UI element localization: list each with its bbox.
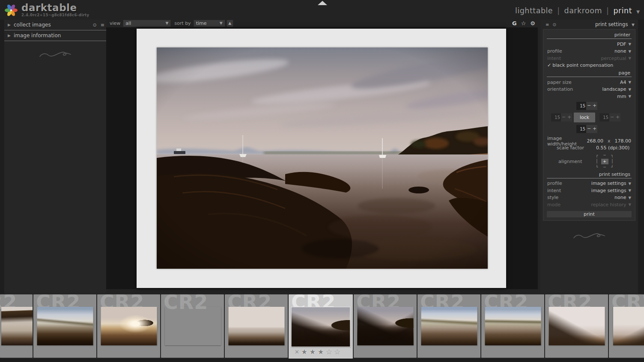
alignment-grid: ┌ ─ ┐ │ + │ └ ─ ┘ xyxy=(593,153,616,170)
view-switcher: lighttable|darkroom|print xyxy=(515,6,632,15)
filmstrip-thumbnail[interactable]: CR2 xyxy=(0,294,33,358)
margin-bottom-value[interactable]: 15 xyxy=(576,125,586,133)
align-top-left-button[interactable]: ┌ xyxy=(593,153,601,158)
margin-top-spinner[interactable]: 15 − + xyxy=(576,102,597,110)
view-lighttable[interactable]: lighttable xyxy=(515,6,553,15)
align-top-center-button[interactable]: ─ xyxy=(601,153,608,158)
filmstrip-thumbnail[interactable]: CR2 xyxy=(354,294,417,358)
margin-bottom-spinner[interactable]: 15 − + xyxy=(576,125,597,133)
plus-icon[interactable]: + xyxy=(592,125,597,133)
views-dropdown-caret-icon[interactable]: ▼ xyxy=(636,9,640,14)
filmstrip-thumbnail[interactable]: CR2 xyxy=(97,294,160,358)
align-middle-right-button[interactable]: │ xyxy=(609,159,616,164)
output-profile-select[interactable]: image settings ▼ xyxy=(591,181,631,186)
right-panel: ≡ ⊙ print settings ▼ printer PDF ▼ profi… xyxy=(540,20,638,294)
filmstrip-thumbnail[interactable]: CR2 xyxy=(33,294,96,358)
printer-device-value: PDF xyxy=(617,42,626,47)
plus-icon[interactable]: + xyxy=(566,113,572,122)
output-intent-value: image settings xyxy=(591,188,626,193)
sort-by-select[interactable]: time ▼ xyxy=(194,20,225,27)
star-icon[interactable]: ☆ xyxy=(334,348,340,356)
grouping-icon[interactable]: G xyxy=(512,20,517,27)
filmstrip-thumbnail[interactable]: CR2✕★★★☆☆ xyxy=(289,294,353,359)
module-presets-icon[interactable]: ≡ xyxy=(101,22,104,28)
unit-value: mm xyxy=(617,94,626,99)
margin-top-value[interactable]: 15 xyxy=(576,102,586,110)
view-separator: | xyxy=(606,6,609,15)
alignment-label: alignment xyxy=(558,159,582,164)
chevron-down-icon: ▼ xyxy=(162,21,168,25)
filmstrip-thumbnail[interactable]: CR2 xyxy=(225,294,288,358)
printer-intent-row: intent perceptual ▼ xyxy=(546,55,632,62)
left-panel-gutter xyxy=(0,20,4,294)
margin-right-spinner[interactable]: 15 − + xyxy=(599,113,620,122)
thumbnail-image xyxy=(1,307,33,345)
image-size-row: image width/height 268.00 x 178.00 xyxy=(546,138,632,145)
printer-device-select[interactable]: PDF ▼ xyxy=(617,42,631,47)
plus-icon[interactable]: + xyxy=(592,102,597,110)
view-print[interactable]: print xyxy=(613,6,632,15)
orientation-row: orientation landscape ▼ xyxy=(546,86,632,93)
image-information-module-header[interactable]: ▶ image information xyxy=(4,30,106,41)
printer-profile-select[interactable]: none ▼ xyxy=(614,48,631,54)
thumbnail-image xyxy=(164,307,221,345)
align-bottom-left-button[interactable]: └ xyxy=(593,165,601,170)
chevron-down-icon: ▼ xyxy=(628,56,631,60)
preferences-gear-icon[interactable]: ⚙ xyxy=(530,20,535,27)
printer-intent-select: perceptual ▼ xyxy=(601,56,631,61)
margin-left-spinner[interactable]: 15 − + xyxy=(551,113,572,122)
align-bottom-center-button[interactable]: ─ xyxy=(601,165,608,170)
module-reset-icon[interactable]: ⊙ xyxy=(552,22,556,27)
star-filter-icon[interactable]: ☆ xyxy=(521,20,526,27)
margins-lock-button[interactable]: lock xyxy=(574,113,595,122)
minus-icon[interactable]: − xyxy=(609,113,615,122)
align-center-button[interactable]: + xyxy=(601,159,608,164)
star-icon[interactable]: ☆ xyxy=(326,348,332,356)
style-select[interactable]: none ▼ xyxy=(614,195,631,200)
star-icon[interactable]: ★ xyxy=(317,348,324,356)
output-intent-select[interactable]: image settings ▼ xyxy=(591,188,631,193)
margin-left-value[interactable]: 15 xyxy=(551,113,561,122)
paper-size-select[interactable]: A4 ▼ xyxy=(620,80,631,85)
thumbnail-image xyxy=(291,307,351,347)
section-print-settings: print settings xyxy=(547,172,632,178)
align-bottom-right-button[interactable]: ┘ xyxy=(609,165,616,170)
view-filter-select[interactable]: all ▼ xyxy=(123,20,171,27)
black-point-compensation-row[interactable]: ✓ black point compensation xyxy=(546,62,632,69)
view-darkroom[interactable]: darkroom xyxy=(564,6,602,15)
checkbox-checked-icon[interactable]: ✓ xyxy=(547,62,551,68)
margin-right-value[interactable]: 15 xyxy=(599,113,609,122)
thumbnail-image xyxy=(549,307,605,345)
collapse-top-panel-arrow[interactable] xyxy=(318,1,327,5)
filmstrip-thumbnail[interactable]: CR2 xyxy=(417,294,480,358)
scale-factor-label: scale factor xyxy=(557,145,584,151)
collect-images-module-header[interactable]: ▶ collect images ⊙ ≡ xyxy=(4,20,106,30)
style-row: style none ▼ xyxy=(546,194,632,202)
filmstrip-thumbnail[interactable]: CR2 xyxy=(609,294,644,358)
minus-icon[interactable]: − xyxy=(586,125,592,133)
thumbnail-image xyxy=(613,307,644,345)
star-icon[interactable]: ★ xyxy=(309,348,316,356)
module-reset-icon[interactable]: ⊙ xyxy=(93,22,97,28)
plus-icon[interactable]: + xyxy=(615,113,620,122)
unit-select[interactable]: mm ▼ xyxy=(617,94,631,99)
minus-icon[interactable]: − xyxy=(586,102,592,110)
star-icon[interactable]: ★ xyxy=(301,348,307,356)
sort-ascending-button[interactable]: ▲ xyxy=(227,20,233,27)
module-presets-icon[interactable]: ≡ xyxy=(546,22,549,27)
module-title[interactable]: print settings ▼ xyxy=(595,21,635,27)
filmstrip-thumbnail[interactable]: CR2 xyxy=(481,294,544,358)
print-button[interactable]: print xyxy=(547,211,632,217)
panel-end-flourish xyxy=(572,230,606,242)
filmstrip-thumbnail[interactable]: CR2 xyxy=(545,294,608,358)
reject-icon[interactable]: ✕ xyxy=(295,349,299,355)
align-top-right-button[interactable]: ┐ xyxy=(609,153,616,158)
orientation-label: orientation xyxy=(547,86,573,92)
align-middle-left-button[interactable]: │ xyxy=(593,159,601,164)
filmstrip-thumbnail[interactable]: CR2 xyxy=(161,294,224,358)
thumbnail-image xyxy=(357,307,413,345)
chevron-down-icon: ▼ xyxy=(216,21,223,25)
minus-icon[interactable]: − xyxy=(561,113,566,122)
orientation-select[interactable]: landscape ▼ xyxy=(602,86,631,92)
scale-factor-row: scale factor 0.55 (dpi:300) xyxy=(546,145,632,151)
